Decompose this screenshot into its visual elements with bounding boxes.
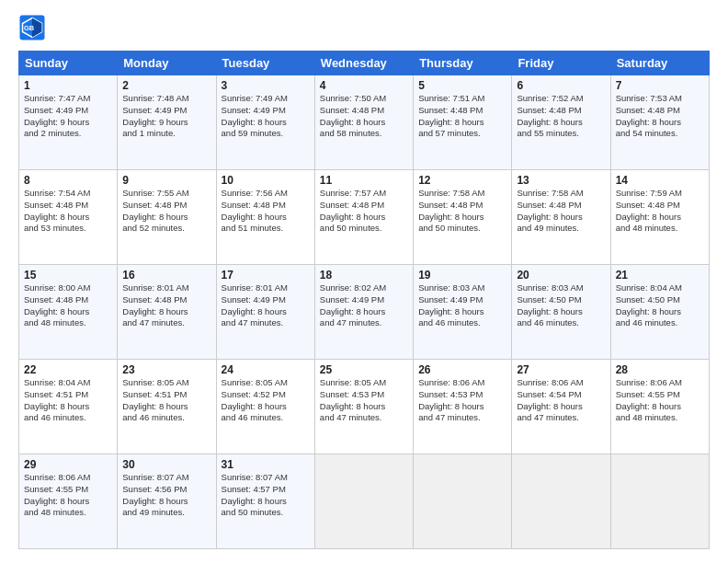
calendar-cell: 18Sunrise: 8:02 AMSunset: 4:49 PMDayligh… bbox=[314, 265, 413, 360]
day-number: 30 bbox=[122, 458, 210, 471]
calendar-header-cell: Friday bbox=[512, 52, 610, 75]
calendar-week-row: 29Sunrise: 8:06 AMSunset: 4:55 PMDayligh… bbox=[19, 454, 710, 549]
calendar-week-row: 8Sunrise: 7:54 AMSunset: 4:48 PMDaylight… bbox=[19, 170, 710, 265]
day-number: 9 bbox=[122, 174, 210, 187]
day-info: Sunrise: 8:06 AMSunset: 4:55 PMDaylight:… bbox=[616, 377, 682, 422]
calendar-cell: 28Sunrise: 8:06 AMSunset: 4:55 PMDayligh… bbox=[610, 360, 709, 454]
calendar-header-cell: Tuesday bbox=[216, 52, 314, 75]
day-info: Sunrise: 7:57 AMSunset: 4:48 PMDaylight:… bbox=[320, 188, 386, 233]
calendar-cell: 30Sunrise: 8:07 AMSunset: 4:56 PMDayligh… bbox=[118, 454, 216, 549]
calendar-cell: 23Sunrise: 8:05 AMSunset: 4:51 PMDayligh… bbox=[118, 360, 216, 454]
calendar-cell: 12Sunrise: 7:58 AMSunset: 4:48 PMDayligh… bbox=[414, 170, 512, 265]
day-number: 8 bbox=[24, 174, 112, 187]
day-info: Sunrise: 8:04 AMSunset: 4:50 PMDaylight:… bbox=[616, 282, 682, 327]
calendar-cell: 26Sunrise: 8:06 AMSunset: 4:53 PMDayligh… bbox=[414, 360, 512, 454]
calendar-cell: 17Sunrise: 8:01 AMSunset: 4:49 PMDayligh… bbox=[216, 265, 314, 360]
day-number: 22 bbox=[24, 363, 112, 376]
calendar-cell bbox=[414, 454, 512, 549]
day-number: 21 bbox=[616, 269, 704, 282]
day-number: 24 bbox=[222, 363, 310, 376]
calendar-cell: 14Sunrise: 7:59 AMSunset: 4:48 PMDayligh… bbox=[610, 170, 709, 265]
page: GB SundayMondayTuesdayWednesdayThursdayF… bbox=[0, 0, 728, 563]
calendar-cell: 8Sunrise: 7:54 AMSunset: 4:48 PMDaylight… bbox=[19, 170, 118, 265]
day-info: Sunrise: 7:53 AMSunset: 4:48 PMDaylight:… bbox=[616, 93, 682, 138]
day-number: 26 bbox=[418, 363, 506, 376]
calendar-cell: 22Sunrise: 8:04 AMSunset: 4:51 PMDayligh… bbox=[19, 360, 118, 454]
day-info: Sunrise: 8:05 AMSunset: 4:52 PMDaylight:… bbox=[222, 377, 288, 422]
calendar-header-cell: Wednesday bbox=[314, 52, 413, 75]
day-number: 7 bbox=[616, 79, 704, 92]
day-info: Sunrise: 8:06 AMSunset: 4:54 PMDaylight:… bbox=[517, 377, 583, 422]
day-info: Sunrise: 8:03 AMSunset: 4:49 PMDaylight:… bbox=[418, 282, 484, 327]
day-info: Sunrise: 7:47 AMSunset: 4:49 PMDaylight:… bbox=[24, 93, 90, 138]
calendar-cell: 9Sunrise: 7:55 AMSunset: 4:48 PMDaylight… bbox=[118, 170, 216, 265]
day-info: Sunrise: 7:50 AMSunset: 4:48 PMDaylight:… bbox=[320, 93, 386, 138]
calendar-header-cell: Saturday bbox=[610, 52, 709, 75]
calendar-week-row: 15Sunrise: 8:00 AMSunset: 4:48 PMDayligh… bbox=[19, 265, 710, 360]
day-number: 5 bbox=[418, 79, 506, 92]
day-number: 6 bbox=[517, 79, 605, 92]
day-info: Sunrise: 7:58 AMSunset: 4:48 PMDaylight:… bbox=[517, 188, 583, 233]
day-number: 12 bbox=[418, 174, 506, 187]
calendar-cell: 15Sunrise: 8:00 AMSunset: 4:48 PMDayligh… bbox=[19, 265, 118, 360]
calendar-header-cell: Monday bbox=[118, 52, 216, 75]
day-info: Sunrise: 8:01 AMSunset: 4:48 PMDaylight:… bbox=[122, 282, 188, 327]
calendar-cell: 24Sunrise: 8:05 AMSunset: 4:52 PMDayligh… bbox=[216, 360, 314, 454]
day-info: Sunrise: 8:07 AMSunset: 4:56 PMDaylight:… bbox=[122, 472, 188, 517]
day-info: Sunrise: 8:06 AMSunset: 4:55 PMDaylight:… bbox=[24, 472, 90, 517]
day-number: 4 bbox=[320, 79, 408, 92]
calendar-cell bbox=[610, 454, 709, 549]
calendar-table: SundayMondayTuesdayWednesdayThursdayFrid… bbox=[18, 51, 710, 549]
calendar-cell: 2Sunrise: 7:48 AMSunset: 4:49 PMDaylight… bbox=[118, 75, 216, 170]
day-number: 29 bbox=[24, 458, 112, 471]
day-number: 14 bbox=[616, 174, 704, 187]
day-info: Sunrise: 7:59 AMSunset: 4:48 PMDaylight:… bbox=[616, 188, 682, 233]
day-number: 23 bbox=[122, 363, 210, 376]
day-info: Sunrise: 7:56 AMSunset: 4:48 PMDaylight:… bbox=[222, 188, 288, 233]
calendar-cell: 11Sunrise: 7:57 AMSunset: 4:48 PMDayligh… bbox=[314, 170, 413, 265]
calendar-header-cell: Sunday bbox=[19, 52, 118, 75]
calendar-cell bbox=[512, 454, 610, 549]
day-info: Sunrise: 7:55 AMSunset: 4:48 PMDaylight:… bbox=[122, 188, 188, 233]
calendar-header-row: SundayMondayTuesdayWednesdayThursdayFrid… bbox=[19, 52, 710, 75]
calendar-cell: 31Sunrise: 8:07 AMSunset: 4:57 PMDayligh… bbox=[216, 454, 314, 549]
day-info: Sunrise: 8:02 AMSunset: 4:49 PMDaylight:… bbox=[320, 282, 386, 327]
day-number: 18 bbox=[320, 269, 408, 282]
calendar-cell: 3Sunrise: 7:49 AMSunset: 4:49 PMDaylight… bbox=[216, 75, 314, 170]
calendar-cell: 13Sunrise: 7:58 AMSunset: 4:48 PMDayligh… bbox=[512, 170, 610, 265]
calendar-header-cell: Thursday bbox=[414, 52, 512, 75]
day-info: Sunrise: 7:51 AMSunset: 4:48 PMDaylight:… bbox=[418, 93, 484, 138]
calendar-cell: 1Sunrise: 7:47 AMSunset: 4:49 PMDaylight… bbox=[19, 75, 118, 170]
header: GB bbox=[18, 14, 710, 41]
day-number: 15 bbox=[24, 269, 112, 282]
day-info: Sunrise: 7:58 AMSunset: 4:48 PMDaylight:… bbox=[418, 188, 484, 233]
day-number: 28 bbox=[616, 363, 704, 376]
svg-text:GB: GB bbox=[24, 24, 35, 32]
day-info: Sunrise: 8:03 AMSunset: 4:50 PMDaylight:… bbox=[517, 282, 583, 327]
day-number: 16 bbox=[122, 269, 210, 282]
calendar-week-row: 22Sunrise: 8:04 AMSunset: 4:51 PMDayligh… bbox=[19, 360, 710, 454]
calendar-body: 1Sunrise: 7:47 AMSunset: 4:49 PMDaylight… bbox=[19, 75, 710, 549]
day-info: Sunrise: 7:54 AMSunset: 4:48 PMDaylight:… bbox=[24, 188, 90, 233]
calendar-cell: 21Sunrise: 8:04 AMSunset: 4:50 PMDayligh… bbox=[610, 265, 709, 360]
day-number: 20 bbox=[517, 269, 605, 282]
calendar-week-row: 1Sunrise: 7:47 AMSunset: 4:49 PMDaylight… bbox=[19, 75, 710, 170]
calendar-cell: 19Sunrise: 8:03 AMSunset: 4:49 PMDayligh… bbox=[414, 265, 512, 360]
logo-icon: GB bbox=[18, 14, 46, 41]
day-number: 25 bbox=[320, 363, 408, 376]
day-info: Sunrise: 8:05 AMSunset: 4:51 PMDaylight:… bbox=[122, 377, 188, 422]
day-info: Sunrise: 8:05 AMSunset: 4:53 PMDaylight:… bbox=[320, 377, 386, 422]
day-number: 13 bbox=[517, 174, 605, 187]
calendar-cell: 16Sunrise: 8:01 AMSunset: 4:48 PMDayligh… bbox=[118, 265, 216, 360]
day-number: 17 bbox=[222, 269, 310, 282]
day-info: Sunrise: 7:49 AMSunset: 4:49 PMDaylight:… bbox=[222, 93, 288, 138]
calendar-cell: 4Sunrise: 7:50 AMSunset: 4:48 PMDaylight… bbox=[314, 75, 413, 170]
day-info: Sunrise: 8:07 AMSunset: 4:57 PMDaylight:… bbox=[222, 472, 288, 517]
day-number: 3 bbox=[222, 79, 310, 92]
day-info: Sunrise: 8:00 AMSunset: 4:48 PMDaylight:… bbox=[24, 282, 90, 327]
calendar-cell: 10Sunrise: 7:56 AMSunset: 4:48 PMDayligh… bbox=[216, 170, 314, 265]
day-number: 10 bbox=[222, 174, 310, 187]
day-number: 2 bbox=[122, 79, 210, 92]
day-info: Sunrise: 7:52 AMSunset: 4:48 PMDaylight:… bbox=[517, 93, 583, 138]
day-info: Sunrise: 8:04 AMSunset: 4:51 PMDaylight:… bbox=[24, 377, 90, 422]
